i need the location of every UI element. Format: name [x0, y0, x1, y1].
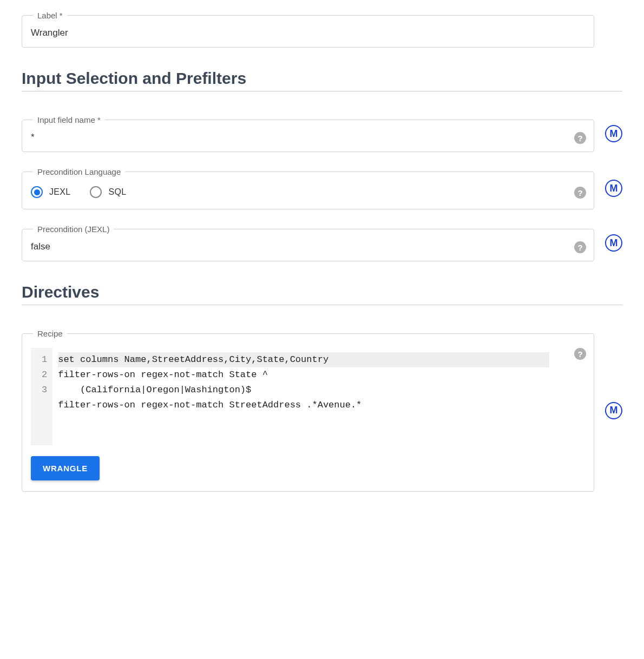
- precondition-jexl-row: Precondition (JEXL) ? M: [22, 225, 622, 261]
- input-field-name-fieldset: Input field name * ?: [22, 115, 594, 152]
- recipe-row: Recipe ? 12 3 set columns Name,StreetAdd…: [22, 329, 622, 492]
- code-lines[interactable]: set columns Name,StreetAddress,City,Stat…: [52, 348, 555, 445]
- label-row: Label *: [22, 11, 622, 48]
- macro-badge[interactable]: M: [605, 234, 622, 252]
- help-icon[interactable]: ?: [574, 348, 586, 360]
- recipe-code-editor[interactable]: 12 3 set columns Name,StreetAddress,City…: [31, 348, 555, 445]
- macro-badge[interactable]: M: [605, 180, 622, 197]
- radio-sql-circle: [90, 186, 102, 198]
- help-icon[interactable]: ?: [574, 241, 586, 253]
- precondition-language-fieldset: Precondition Language JEXL SQL ?: [22, 167, 594, 209]
- radio-jexl-circle: [31, 186, 43, 198]
- input-field-name-row: Input field name * ? M: [22, 115, 622, 152]
- precondition-language-wrap: Precondition Language JEXL SQL ?: [22, 167, 594, 209]
- input-field-name-wrap: Input field name * ?: [22, 115, 594, 152]
- precondition-language-radio-group: JEXL SQL: [31, 184, 585, 200]
- recipe-legend: Recipe: [33, 329, 67, 338]
- section-directives-heading: Directives: [22, 283, 622, 305]
- radio-sql[interactable]: SQL: [90, 186, 126, 198]
- radio-jexl-dot: [34, 189, 40, 195]
- radio-sql-label: SQL: [108, 187, 126, 197]
- macro-badge[interactable]: M: [605, 402, 622, 419]
- wrangle-button[interactable]: WRANGLE: [31, 456, 100, 480]
- code-line: filter-rows-on regex-not-match StreetAdd…: [58, 398, 549, 413]
- precondition-jexl-legend: Precondition (JEXL): [33, 225, 114, 234]
- code-line: set columns Name,StreetAddress,City,Stat…: [58, 352, 549, 367]
- precondition-jexl-input[interactable]: [31, 241, 563, 252]
- precondition-jexl-fieldset: Precondition (JEXL) ?: [22, 225, 594, 261]
- precondition-language-row: Precondition Language JEXL SQL ? M: [22, 167, 622, 209]
- input-field-name-input[interactable]: [31, 132, 563, 143]
- label-fieldset: Label *: [22, 11, 594, 48]
- radio-jexl[interactable]: JEXL: [31, 186, 70, 198]
- code-line: filter-rows-on regex-not-match State ^: [58, 367, 549, 383]
- label-legend: Label *: [33, 11, 67, 20]
- input-field-name-legend: Input field name *: [33, 115, 105, 124]
- precondition-jexl-wrap: Precondition (JEXL) ?: [22, 225, 594, 261]
- label-input[interactable]: [31, 28, 585, 38]
- precondition-language-legend: Precondition Language: [33, 167, 125, 176]
- section-input-prefilters-heading: Input Selection and Prefilters: [22, 69, 622, 91]
- code-line: (California|Oregon|Washington)$: [58, 383, 549, 398]
- macro-badge[interactable]: M: [605, 125, 622, 142]
- recipe-wrap: Recipe ? 12 3 set columns Name,StreetAdd…: [22, 329, 594, 492]
- code-gutter: 12 3: [31, 348, 52, 445]
- label-field-wrap: Label *: [22, 11, 594, 48]
- radio-jexl-label: JEXL: [49, 187, 70, 197]
- recipe-fieldset: Recipe ? 12 3 set columns Name,StreetAdd…: [22, 329, 594, 492]
- help-icon[interactable]: ?: [574, 187, 586, 199]
- help-icon[interactable]: ?: [574, 132, 586, 144]
